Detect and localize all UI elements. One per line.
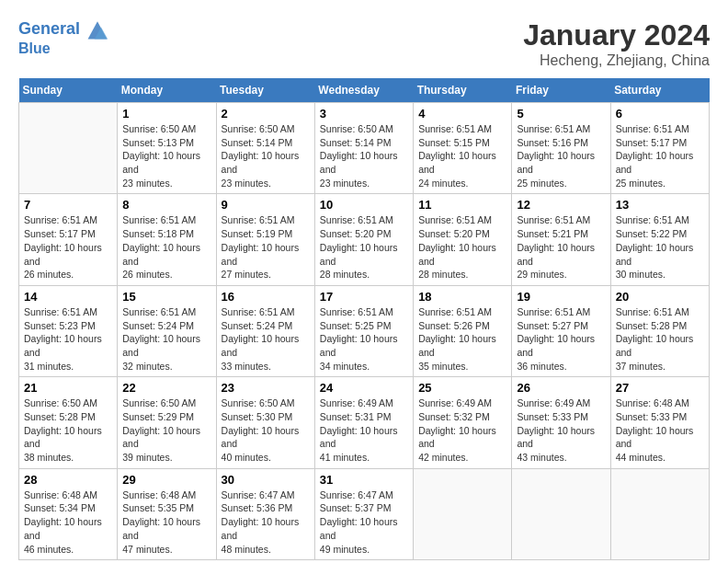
day-number: 29: [122, 473, 210, 487]
weekday-header-wednesday: Wednesday: [314, 78, 413, 103]
day-info: Sunrise: 6:51 AMSunset: 5:19 PMDaylight:…: [222, 213, 310, 281]
calendar-cell: 28Sunrise: 6:48 AMSunset: 5:34 PMDayligh…: [19, 468, 118, 559]
day-info: Sunrise: 6:48 AMSunset: 5:33 PMDaylight:…: [616, 396, 704, 464]
week-row-3: 14Sunrise: 6:51 AMSunset: 5:23 PMDayligh…: [19, 285, 710, 376]
calendar-cell: 16Sunrise: 6:51 AMSunset: 5:24 PMDayligh…: [216, 285, 314, 376]
day-info: Sunrise: 6:51 AMSunset: 5:15 PMDaylight:…: [418, 122, 506, 190]
day-number: 24: [320, 381, 408, 395]
calendar-cell: 12Sunrise: 6:51 AMSunset: 5:21 PMDayligh…: [512, 194, 610, 285]
calendar-cell: 29Sunrise: 6:48 AMSunset: 5:35 PMDayligh…: [118, 468, 216, 559]
title-block: January 2024 Hecheng, Zhejiang, China: [523, 18, 710, 69]
calendar-cell: 9Sunrise: 6:51 AMSunset: 5:19 PMDaylight…: [216, 194, 314, 285]
day-number: 27: [616, 381, 704, 395]
calendar-cell: 25Sunrise: 6:49 AMSunset: 5:32 PMDayligh…: [414, 377, 512, 468]
day-info: Sunrise: 6:51 AMSunset: 5:17 PMDaylight:…: [24, 213, 112, 281]
day-info: Sunrise: 6:47 AMSunset: 5:37 PMDaylight:…: [320, 488, 408, 556]
day-info: Sunrise: 6:48 AMSunset: 5:35 PMDaylight:…: [122, 488, 210, 556]
day-info: Sunrise: 6:51 AMSunset: 5:16 PMDaylight:…: [517, 122, 605, 190]
day-number: 10: [320, 198, 408, 212]
week-row-2: 7Sunrise: 6:51 AMSunset: 5:17 PMDaylight…: [19, 194, 710, 285]
calendar-cell: 20Sunrise: 6:51 AMSunset: 5:28 PMDayligh…: [610, 285, 709, 376]
day-number: 11: [418, 198, 506, 212]
day-number: 31: [320, 473, 408, 487]
calendar-cell: 31Sunrise: 6:47 AMSunset: 5:37 PMDayligh…: [314, 468, 413, 559]
calendar-cell: 18Sunrise: 6:51 AMSunset: 5:26 PMDayligh…: [414, 285, 512, 376]
calendar-cell: [610, 468, 709, 559]
day-number: 19: [517, 290, 605, 304]
day-info: Sunrise: 6:51 AMSunset: 5:23 PMDaylight:…: [24, 305, 112, 373]
day-number: 6: [616, 107, 704, 121]
weekday-header-sunday: Sunday: [19, 78, 118, 103]
day-number: 18: [418, 290, 506, 304]
day-info: Sunrise: 6:51 AMSunset: 5:20 PMDaylight:…: [320, 213, 408, 281]
day-info: Sunrise: 6:50 AMSunset: 5:28 PMDaylight:…: [24, 396, 112, 464]
day-number: 1: [122, 107, 210, 121]
logo-text: General: [18, 18, 108, 40]
day-number: 23: [222, 381, 310, 395]
day-info: Sunrise: 6:51 AMSunset: 5:18 PMDaylight:…: [122, 213, 210, 281]
day-info: Sunrise: 6:51 AMSunset: 5:28 PMDaylight:…: [616, 305, 704, 373]
day-number: 2: [222, 107, 310, 121]
calendar-cell: 3Sunrise: 6:50 AMSunset: 5:14 PMDaylight…: [314, 103, 413, 194]
calendar-cell: 1Sunrise: 6:50 AMSunset: 5:13 PMDaylight…: [118, 103, 216, 194]
calendar-cell: [414, 468, 512, 559]
day-info: Sunrise: 6:49 AMSunset: 5:33 PMDaylight:…: [517, 396, 605, 464]
day-number: 5: [517, 107, 605, 121]
day-number: 22: [122, 381, 210, 395]
page-header: General Blue January 2024 Hecheng, Zheji…: [18, 18, 710, 69]
day-number: 9: [222, 198, 310, 212]
day-info: Sunrise: 6:50 AMSunset: 5:13 PMDaylight:…: [122, 122, 210, 190]
calendar-cell: 27Sunrise: 6:48 AMSunset: 5:33 PMDayligh…: [610, 377, 709, 468]
day-number: 26: [517, 381, 605, 395]
calendar-cell: 21Sunrise: 6:50 AMSunset: 5:28 PMDayligh…: [19, 377, 118, 468]
calendar-table: SundayMondayTuesdayWednesdayThursdayFrid…: [18, 78, 710, 560]
weekday-header-row: SundayMondayTuesdayWednesdayThursdayFrid…: [19, 78, 710, 103]
weekday-header-friday: Friday: [512, 78, 610, 103]
weekday-header-thursday: Thursday: [414, 78, 512, 103]
day-number: 7: [24, 198, 112, 212]
day-info: Sunrise: 6:47 AMSunset: 5:36 PMDaylight:…: [222, 488, 310, 556]
day-info: Sunrise: 6:49 AMSunset: 5:31 PMDaylight:…: [320, 396, 408, 464]
day-number: 12: [517, 198, 605, 212]
week-row-5: 28Sunrise: 6:48 AMSunset: 5:34 PMDayligh…: [19, 468, 710, 559]
day-number: 20: [616, 290, 704, 304]
day-info: Sunrise: 6:51 AMSunset: 5:25 PMDaylight:…: [320, 305, 408, 373]
calendar-cell: 19Sunrise: 6:51 AMSunset: 5:27 PMDayligh…: [512, 285, 610, 376]
weekday-header-tuesday: Tuesday: [216, 78, 314, 103]
calendar-cell: 15Sunrise: 6:51 AMSunset: 5:24 PMDayligh…: [118, 285, 216, 376]
day-info: Sunrise: 6:51 AMSunset: 5:17 PMDaylight:…: [616, 122, 704, 190]
day-number: 16: [222, 290, 310, 304]
day-number: 21: [24, 381, 112, 395]
day-info: Sunrise: 6:50 AMSunset: 5:30 PMDaylight:…: [222, 396, 310, 464]
day-info: Sunrise: 6:50 AMSunset: 5:14 PMDaylight:…: [222, 122, 310, 190]
calendar-cell: 24Sunrise: 6:49 AMSunset: 5:31 PMDayligh…: [314, 377, 413, 468]
calendar-cell: 26Sunrise: 6:49 AMSunset: 5:33 PMDayligh…: [512, 377, 610, 468]
day-number: 4: [418, 107, 506, 121]
day-info: Sunrise: 6:51 AMSunset: 5:24 PMDaylight:…: [222, 305, 310, 373]
logo-subtext: Blue: [18, 40, 108, 57]
calendar-cell: 4Sunrise: 6:51 AMSunset: 5:15 PMDaylight…: [414, 103, 512, 194]
calendar-cell: 2Sunrise: 6:50 AMSunset: 5:14 PMDaylight…: [216, 103, 314, 194]
day-number: 17: [320, 290, 408, 304]
week-row-4: 21Sunrise: 6:50 AMSunset: 5:28 PMDayligh…: [19, 377, 710, 468]
calendar-cell: 11Sunrise: 6:51 AMSunset: 5:20 PMDayligh…: [414, 194, 512, 285]
calendar-cell: 5Sunrise: 6:51 AMSunset: 5:16 PMDaylight…: [512, 103, 610, 194]
calendar-cell: [19, 103, 118, 194]
location-subtitle: Hecheng, Zhejiang, China: [523, 52, 710, 69]
calendar-cell: 30Sunrise: 6:47 AMSunset: 5:36 PMDayligh…: [216, 468, 314, 559]
day-number: 14: [24, 290, 112, 304]
day-info: Sunrise: 6:51 AMSunset: 5:27 PMDaylight:…: [517, 305, 605, 373]
day-number: 15: [122, 290, 210, 304]
calendar-cell: 8Sunrise: 6:51 AMSunset: 5:18 PMDaylight…: [118, 194, 216, 285]
calendar-cell: 6Sunrise: 6:51 AMSunset: 5:17 PMDaylight…: [610, 103, 709, 194]
day-info: Sunrise: 6:51 AMSunset: 5:24 PMDaylight:…: [122, 305, 210, 373]
day-info: Sunrise: 6:51 AMSunset: 5:22 PMDaylight:…: [616, 213, 704, 281]
day-info: Sunrise: 6:51 AMSunset: 5:20 PMDaylight:…: [418, 213, 506, 281]
day-info: Sunrise: 6:51 AMSunset: 5:21 PMDaylight:…: [517, 213, 605, 281]
calendar-cell: 22Sunrise: 6:50 AMSunset: 5:29 PMDayligh…: [118, 377, 216, 468]
week-row-1: 1Sunrise: 6:50 AMSunset: 5:13 PMDaylight…: [19, 103, 710, 194]
day-number: 30: [222, 473, 310, 487]
day-info: Sunrise: 6:48 AMSunset: 5:34 PMDaylight:…: [24, 488, 112, 556]
weekday-header-monday: Monday: [118, 78, 216, 103]
weekday-header-saturday: Saturday: [610, 78, 709, 103]
